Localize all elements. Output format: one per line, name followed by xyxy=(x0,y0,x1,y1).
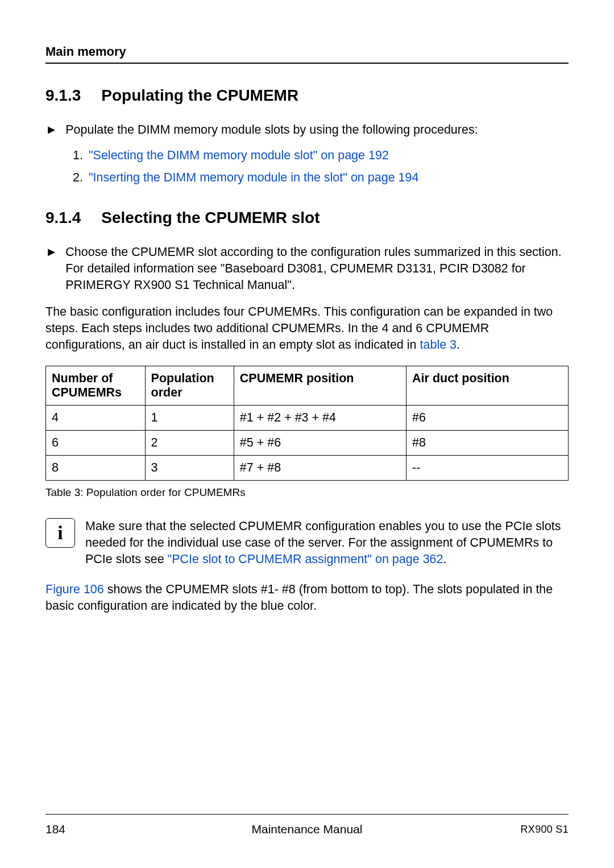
table-cpumemr-population: Number of CPUMEMRs Population order CPUM… xyxy=(45,366,569,481)
th-number: Number of CPUMEMRs xyxy=(46,366,146,406)
bullet-item: ► Populate the DIMM memory module slots … xyxy=(45,122,569,138)
para-text: . xyxy=(457,338,460,352)
bullet-text: Populate the DIMM memory module slots by… xyxy=(65,122,478,138)
cell-airduct: #6 xyxy=(406,406,569,431)
section-heading-913: 9.1.3 Populating the CPUMEMR xyxy=(45,86,569,105)
link-table3[interactable]: table 3 xyxy=(420,338,457,352)
cell-positions: #5 + #6 xyxy=(234,431,406,456)
triangle-icon: ► xyxy=(45,122,57,138)
info-note: i Make sure that the selected CPUMEMR co… xyxy=(45,518,569,568)
section-number: 9.1.4 xyxy=(45,209,81,227)
info-text-container: Make sure that the selected CPUMEMR conf… xyxy=(85,518,569,568)
para-text: shows the CPUMEMR slots #1- #8 (from bot… xyxy=(45,582,553,613)
table-header-row: Number of CPUMEMRs Population order CPUM… xyxy=(46,366,569,406)
table-row: 8 3 #7 + #8 -- xyxy=(46,456,569,481)
cell-num: 4 xyxy=(46,406,146,431)
cell-positions: #7 + #8 xyxy=(234,456,406,481)
footer-model: RX900 S1 xyxy=(521,824,569,836)
cell-num: 8 xyxy=(46,456,146,481)
section-title: Selecting the CPUMEMR slot xyxy=(101,209,320,227)
link-pcie-assignment[interactable]: "PCIe slot to CPUMEMR assignment" on pag… xyxy=(168,552,443,566)
section-number: 9.1.3 xyxy=(45,86,81,105)
th-position: CPUMEMR position xyxy=(234,366,406,406)
cell-order: 2 xyxy=(145,431,234,456)
paragraph-figure-ref: Figure 106 shows the CPUMEMR slots #1- #… xyxy=(45,581,569,614)
bullet-item: ► Choose the CPUMEMR slot according to t… xyxy=(45,244,569,294)
section-heading-914: 9.1.4 Selecting the CPUMEMR slot xyxy=(45,209,569,227)
ol-number: 2. xyxy=(73,171,83,185)
page-header-title: Main memory xyxy=(45,44,569,64)
info-icon: i xyxy=(45,518,75,548)
table-row: 4 1 #1 + #2 + #3 + #4 #6 xyxy=(46,406,569,431)
cell-positions: #1 + #2 + #3 + #4 xyxy=(234,406,406,431)
section-title: Populating the CPUMEMR xyxy=(101,86,298,105)
bullet-text: Choose the CPUMEMR slot according to the… xyxy=(65,244,569,294)
cell-airduct: #8 xyxy=(406,431,569,456)
ordered-list-item: 2. "Inserting the DIMM memory module in … xyxy=(73,171,569,185)
th-airduct: Air duct position xyxy=(406,366,569,406)
para-text: The basic configuration includes four CP… xyxy=(45,305,553,352)
link-dimm-select[interactable]: "Selecting the DIMM memory module slot" … xyxy=(89,148,389,163)
cell-order: 3 xyxy=(145,456,234,481)
triangle-icon: ► xyxy=(45,244,57,294)
ordered-list-item: 1. "Selecting the DIMM memory module slo… xyxy=(73,148,569,163)
footer-doc-title: Maintenance Manual xyxy=(45,822,569,836)
cell-order: 1 xyxy=(145,406,234,431)
footer-page-number: 184 xyxy=(45,822,65,836)
table-row: 6 2 #5 + #6 #8 xyxy=(46,431,569,456)
ol-number: 1. xyxy=(73,148,83,163)
cell-airduct: -- xyxy=(406,456,569,481)
cell-num: 6 xyxy=(46,431,146,456)
th-population: Population order xyxy=(145,366,234,406)
link-figure-106[interactable]: Figure 106 xyxy=(45,582,104,596)
page-footer: 184 Maintenance Manual RX900 S1 xyxy=(45,814,569,836)
link-dimm-insert[interactable]: "Inserting the DIMM memory module in the… xyxy=(89,171,419,185)
paragraph-basic-config: The basic configuration includes four CP… xyxy=(45,304,569,353)
info-text: . xyxy=(443,552,447,566)
table-caption: Table 3: Population order for CPUMEMRs xyxy=(45,486,569,499)
